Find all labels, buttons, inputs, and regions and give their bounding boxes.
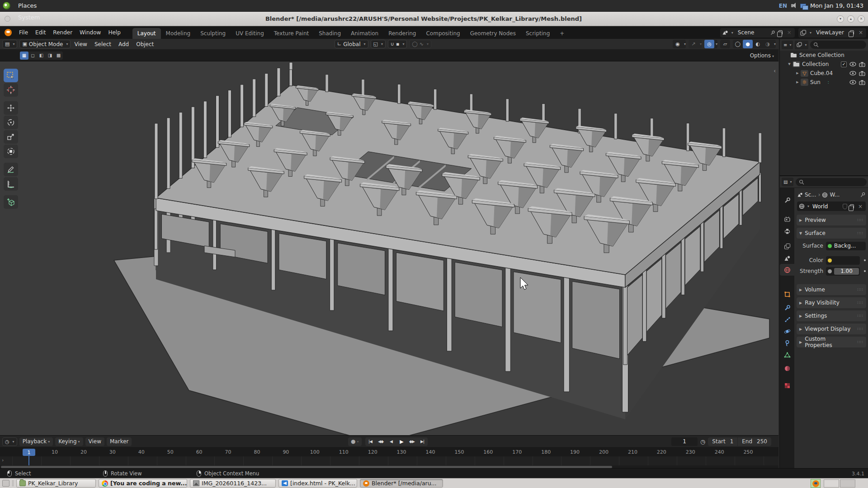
workspace-tab[interactable]: Sculpting (195, 28, 231, 39)
show-desktop-icon[interactable] (2, 480, 9, 487)
unlink-world-icon[interactable]: × (857, 203, 864, 210)
remove-viewlayer-icon[interactable]: × (857, 29, 864, 36)
building-model[interactable] (0, 61, 778, 435)
select-box-mode-icon[interactable]: ◻ (28, 52, 37, 60)
surface-shader-button[interactable]: Backg... (826, 242, 866, 250)
viewlayer-selector[interactable]: ▾ ViewLayer × (798, 28, 866, 38)
tool-rotate[interactable] (4, 116, 18, 129)
gizmo-icon[interactable]: ↗ (689, 40, 698, 48)
outliner-row-collection[interactable]: ▼ Collection ✓ (780, 60, 868, 69)
current-frame-field[interactable]: 1 (671, 437, 698, 446)
object-visibility-icon[interactable]: ◉ (673, 40, 683, 48)
prev-keyframe-icon[interactable]: ◀◆ (376, 437, 386, 446)
tab-modifiers[interactable] (780, 302, 794, 314)
taskbar-window-button[interactable]: [You are coding a new... (99, 479, 187, 488)
close-button[interactable]: × (858, 15, 865, 23)
workspace-tab[interactable]: Modeling (161, 28, 196, 39)
topbar-menu[interactable]: Help (104, 26, 124, 39)
world-datablock-selector[interactable]: ▾ World × (797, 202, 866, 211)
collapsed-panel[interactable]: ▶Custom Properties∷∷ (797, 337, 866, 347)
tool-annotate[interactable] (4, 163, 18, 176)
panel-surface[interactable]: ▼Surface∷∷ (797, 228, 866, 239)
expand-arrow-icon[interactable]: ▶ (794, 71, 801, 75)
collapsed-panel[interactable]: ▶Viewport Display∷∷ (797, 324, 866, 334)
eye-icon[interactable] (849, 80, 856, 84)
xray-icon[interactable]: ▱ (720, 40, 730, 48)
collection-checkbox[interactable]: ✓ (841, 61, 847, 67)
color-swatch[interactable] (826, 256, 860, 265)
tool-cursor[interactable] (4, 83, 18, 97)
camera-visibility-icon[interactable] (859, 71, 865, 76)
panel-preview[interactable]: ▶Preview∷∷ (797, 215, 866, 225)
proportional-edit-group[interactable]: ◯∿▾ (409, 40, 431, 48)
timeline-tracks[interactable]: › (0, 456, 778, 465)
tab-output[interactable] (780, 225, 794, 237)
jump-start-icon[interactable]: |◀ (365, 437, 376, 446)
tab-viewlayer[interactable] (780, 240, 794, 252)
taskbar-window-button[interactable]: Blender* [/media/aru... (360, 479, 443, 488)
viewport-menu[interactable]: Object (132, 41, 157, 47)
keyboard-layout-indicator[interactable]: EN (779, 3, 787, 9)
taskbar-window-button[interactable]: PK_Kelkar_Library (16, 479, 96, 488)
collapsed-panel[interactable]: ▶Settings∷∷ (797, 310, 866, 321)
breadcrumb-scene[interactable]: Sc... (805, 192, 816, 198)
eye-icon[interactable] (849, 71, 856, 75)
workspace-tab[interactable]: Animation (346, 28, 383, 39)
collapsed-panel[interactable]: ▶Ray Visibility∷∷ (797, 297, 866, 308)
distro-logo-icon[interactable] (3, 2, 10, 9)
tool-move[interactable] (4, 101, 18, 115)
workspace-tab[interactable]: Scripting (521, 28, 555, 39)
blender-logo-icon[interactable] (5, 29, 12, 36)
topbar-menu[interactable]: File (15, 26, 32, 39)
collapsed-panel[interactable]: ▶Volume∷∷ (797, 284, 866, 295)
animate-dot-icon[interactable] (864, 270, 866, 272)
properties-editor-type-button[interactable]: ▤▾ (782, 178, 793, 186)
outliner-search-input[interactable] (810, 41, 866, 49)
tool-select-box[interactable] (4, 69, 18, 82)
timeline-ruler[interactable]: 1 10203040506070809010011012013014015016… (0, 447, 778, 456)
volume-icon[interactable] (791, 4, 793, 7)
topbar-menu[interactable]: Window (76, 26, 104, 39)
outliner-row-sun[interactable]: ▶ ☼ Sun : (780, 78, 868, 87)
taskbar-window-button[interactable]: IMG_20260116_1423... (190, 479, 276, 488)
tab-object[interactable] (780, 288, 794, 300)
workspace-pager-2[interactable] (840, 479, 855, 488)
tab-object-data[interactable] (780, 349, 794, 361)
current-frame-badge[interactable]: 1 (23, 449, 35, 456)
animate-dot-icon[interactable] (864, 259, 866, 261)
pin-icon[interactable] (860, 192, 866, 197)
tool-transform[interactable] (4, 145, 18, 158)
strength-slider[interactable]: 1.00 (826, 267, 860, 276)
tab-particles[interactable] (780, 314, 794, 325)
orientation-dropdown[interactable]: ∟Global▾ (335, 40, 368, 48)
overlays-icon[interactable]: ◎ (704, 40, 714, 48)
outli-row-scene-collection[interactable]: Scene Collection (780, 51, 868, 60)
viewport-menu[interactable]: Select (91, 41, 115, 47)
workspace-tab[interactable]: Shading (314, 28, 346, 39)
tray-blender-icon[interactable] (811, 479, 821, 488)
shading-wireframe-icon[interactable]: ◯ (733, 40, 743, 48)
tab-material[interactable] (780, 362, 794, 374)
tab-texture[interactable] (780, 380, 794, 391)
collapse-arrow-icon[interactable]: ▼ (786, 62, 793, 66)
viewport-3d[interactable]: ‹ (0, 61, 778, 435)
select-tweak-icon[interactable]: ▦ (20, 52, 28, 60)
timeline-menu[interactable]: Playback▾ (19, 437, 53, 446)
end-frame-field[interactable]: End250 (737, 437, 771, 446)
new-scene-icon[interactable] (778, 30, 783, 35)
expand-arrow-icon[interactable]: ▶ (794, 80, 801, 84)
start-frame-field[interactable]: Start1 (708, 437, 737, 446)
desktop-menu[interactable]: Places (14, 0, 58, 12)
workspace-tab[interactable]: Geometry Nodes (465, 28, 521, 39)
tool-scale[interactable] (4, 130, 18, 144)
fake-user-icon[interactable] (843, 204, 847, 209)
jump-end-icon[interactable]: ▶| (417, 437, 428, 446)
next-keyframe-icon[interactable]: ◆▶ (407, 437, 417, 446)
maximize-button[interactable]: ▴ (847, 15, 854, 23)
viewport-menu[interactable]: Add (115, 41, 132, 47)
desktop-menu[interactable]: System (14, 12, 58, 23)
new-viewlayer-icon[interactable] (850, 30, 854, 35)
tool-measure[interactable] (4, 177, 18, 191)
tab-render[interactable] (780, 213, 794, 225)
workspace-tab[interactable]: Compositing (421, 28, 465, 39)
